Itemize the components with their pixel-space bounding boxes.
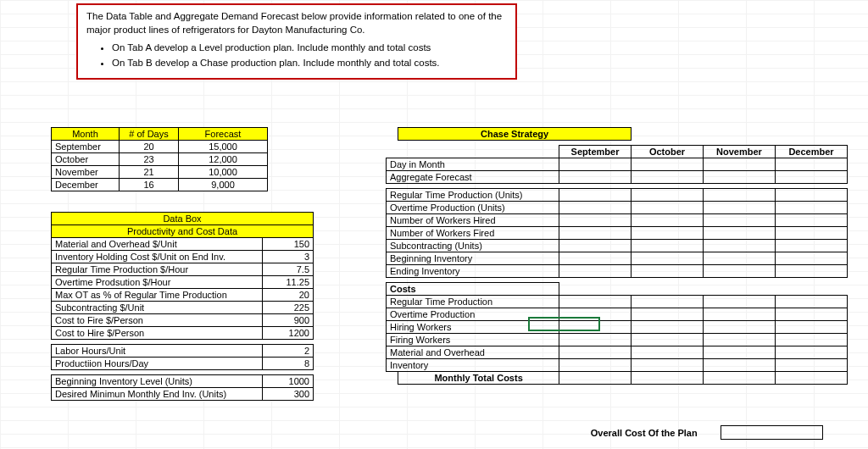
table-row[interactable]: Regular Time Production $/Hour7.5 <box>52 263 314 276</box>
month-header[interactable]: November <box>704 146 776 158</box>
table-row[interactable]: Overtime Prodsution $/Hour11.25 <box>52 276 314 289</box>
table-row[interactable]: October 23 12,000 <box>52 153 268 166</box>
table-row[interactable]: November 21 10,000 <box>52 166 268 179</box>
table-row[interactable]: Aggregate Forecast <box>387 171 848 184</box>
overall-cost-row[interactable]: Overall Cost Of the Plan <box>568 425 848 440</box>
table-row[interactable]: Overtime Production (Units) <box>387 202 848 214</box>
table-row[interactable]: Inventory Holding Cost $/Unit on End Inv… <box>52 251 314 263</box>
table-row[interactable]: Material and Overhead $/Unit150 <box>52 238 314 251</box>
table-row[interactable]: Regular Time Production <box>387 296 848 308</box>
table-row[interactable]: Cost to Hire $/Person1200 <box>52 327 314 340</box>
overall-cost-label: Overall Cost Of the Plan <box>568 426 721 440</box>
table-row[interactable]: Ending Inventory <box>387 265 848 278</box>
table-row[interactable]: Regular Time Production (Units) <box>387 189 848 202</box>
table-row[interactable]: Productiion Hours/Day8 <box>52 358 314 370</box>
month-header[interactable]: December <box>776 146 848 158</box>
table-row[interactable]: Subcontracting (Units) <box>387 240 848 252</box>
table-row[interactable]: Desired Minimun Monthly End Inv. (Units)… <box>52 388 314 401</box>
table-row[interactable]: September 20 15,000 <box>52 141 268 153</box>
month-header[interactable]: October <box>632 146 704 158</box>
table-row[interactable]: Max OT as % of Regular Time Production20 <box>52 289 314 302</box>
table-row[interactable]: Beginning Inventory Level (Units)1000 <box>52 375 314 388</box>
table-row[interactable]: Monthly Total Costs <box>387 372 848 385</box>
forecast-header-forecast[interactable]: Forecast <box>179 128 268 141</box>
table-row[interactable]: Cost to Fire $/Person900 <box>52 314 314 327</box>
forecast-table[interactable]: Month # of Days Forecast September 20 15… <box>51 127 268 191</box>
forecast-header-days[interactable]: # of Days <box>120 128 179 141</box>
instruction-box: The Data Table and Aggregate Demand Fore… <box>76 3 517 80</box>
instruction-text: The Data Table and Aggregate Demand Fore… <box>86 10 507 36</box>
data-box-subtitle[interactable]: Productivity and Cost Data <box>52 225 314 238</box>
forecast-header-month[interactable]: Month <box>52 128 120 141</box>
table-row[interactable]: Costs <box>387 283 848 296</box>
month-header[interactable]: September <box>559 146 632 158</box>
table-row[interactable]: December 16 9,000 <box>52 179 268 191</box>
instruction-bullet-2: On Tab B develop a Chase production plan… <box>112 57 507 70</box>
table-row[interactable]: Material and Overhead <box>387 346 848 359</box>
data-box-title[interactable]: Data Box <box>52 213 314 225</box>
table-row[interactable]: Hiring Workers <box>387 321 848 334</box>
instruction-bullet-1: On Tab A develop a Level production plan… <box>112 42 507 55</box>
data-box[interactable]: Data Box Productivity and Cost Data Mate… <box>51 212 314 401</box>
chase-strategy-table[interactable]: Chase Strategy September October Novembe… <box>386 127 848 385</box>
table-row[interactable]: Number of Workers Hired <box>387 214 848 227</box>
table-row[interactable]: Subcontracting $/Unit225 <box>52 302 314 314</box>
table-row[interactable]: Day in Month <box>387 158 848 171</box>
table-row[interactable]: Firing Workers <box>387 334 848 346</box>
table-row[interactable]: Overtime Production <box>387 308 848 321</box>
chase-title[interactable]: Chase Strategy <box>398 128 632 141</box>
table-row[interactable]: Labor Hours/Unit2 <box>52 345 314 358</box>
table-row[interactable]: Inventory <box>387 359 848 372</box>
table-row[interactable]: Number of Workers Fired <box>387 227 848 240</box>
overall-cost-cell[interactable] <box>721 426 822 440</box>
table-row[interactable]: Beginning Inventory <box>387 252 848 265</box>
